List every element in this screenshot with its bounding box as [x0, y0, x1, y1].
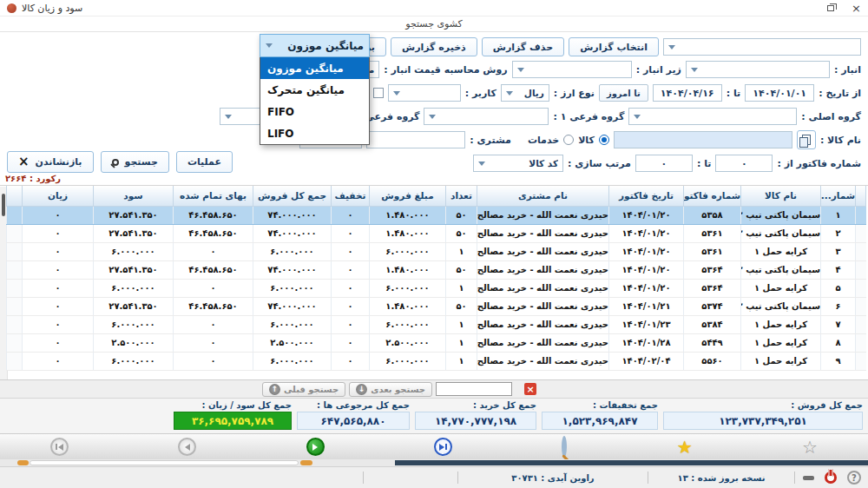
column-header[interactable]: نام مشتری: [477, 186, 609, 206]
help-icon[interactable]: ?: [847, 471, 861, 485]
table-cell: ۶.۰۰۰.۰۰۰: [370, 279, 446, 297]
column-header[interactable]: بهای تمام شده: [174, 186, 253, 206]
close-window-button[interactable]: ×: [852, 3, 861, 14]
last-record-button[interactable]: [434, 438, 452, 456]
table-cell: ۱: [821, 206, 856, 224]
from-date-field[interactable]: ۱۴۰۴/۰۱/۰۱: [745, 84, 814, 102]
item-name-input[interactable]: [614, 131, 792, 148]
table-cell: ۲: [821, 224, 856, 242]
find-next-button[interactable]: ↓جستجو بعدی: [349, 382, 432, 397]
total-sales-label: جمع کل فروش :: [663, 400, 863, 410]
table-cell: حیدری نعمت الله - خرید مصالح: [477, 224, 609, 242]
total-returns-value: ۶۴۷,۵۶۵,۸۸۰: [297, 412, 410, 430]
table-row[interactable]: ۳کرایه حمل ۱۵۳۶۱۱۴۰۴/۰۱/۲۰حیدری نعمت الل…: [7, 242, 866, 260]
search-records-button[interactable]: [562, 439, 567, 455]
column-header[interactable]: زیان: [23, 186, 94, 206]
search-button[interactable]: جستجو: [101, 151, 169, 173]
table-row[interactable]: ۷کرایه حمل ۱۵۳۸۴۱۴۰۴/۰۱/۲۳حیدری نعمت الل…: [7, 315, 866, 333]
table-cell: ۱۴۰۴/۰۱/۲۰: [609, 279, 684, 297]
column-header[interactable]: شماره فاکتور: [684, 186, 741, 206]
first-record-button[interactable]: [50, 438, 69, 456]
column-header[interactable]: تخفیف: [332, 186, 370, 206]
save-report-button[interactable]: ذخیره گزارش: [391, 37, 477, 56]
column-header[interactable]: جمع کل فروش: [253, 186, 332, 206]
table-cell: حیدری نعمت الله - خرید مصالح: [477, 242, 609, 260]
dropdown-option-fifo[interactable]: FIFO: [260, 101, 369, 122]
favorite-star-icon[interactable]: ★: [677, 439, 693, 456]
column-header[interactable]: سود: [94, 186, 174, 206]
table-row[interactable]: ۸کرایه حمل ۱۵۴۴۹۱۴۰۴/۰۱/۲۸حیدری نعمت الل…: [7, 333, 866, 352]
table-cell: ۱۴۰۴/۰۱/۲۱: [609, 297, 684, 315]
invoice-discount-checkbox[interactable]: [373, 88, 384, 98]
table-cell: سیمان پاکتی تیپ ۲: [741, 206, 821, 224]
reset-button[interactable]: ×بازنشاندن: [7, 151, 94, 173]
sub-group1-combo[interactable]: [424, 108, 549, 125]
table-row[interactable]: ۹کرایه حمل ۱۵۵۶۰۱۴۰۴/۰۲/۰۴حیدری نعمت الل…: [7, 352, 866, 370]
sub-warehouse-combo[interactable]: [512, 61, 632, 78]
next-record-button[interactable]: [306, 438, 325, 456]
strip-white-bar: [30, 460, 299, 465]
column-header[interactable]: تاریخ فاکتور: [609, 186, 684, 206]
main-group-label: گروه اصلی :: [801, 111, 861, 122]
invoice-to-input[interactable]: ۰: [635, 155, 693, 172]
delete-report-button[interactable]: حذف گزارش: [482, 37, 564, 56]
customer-input[interactable]: [366, 131, 465, 148]
dropdown-option-lifo[interactable]: LIFO: [260, 122, 369, 144]
scrollbar-thumb[interactable]: [2, 194, 5, 216]
table-cell: ۶.۰۰۰.۰۰۰: [253, 242, 332, 260]
total-returns-label: جمع کل مرجوعی ها :: [297, 400, 410, 410]
goods-radio[interactable]: [599, 135, 609, 145]
column-header[interactable]: مبلغ فروش: [370, 186, 446, 206]
dropdown-option-moving-average[interactable]: میانگین متحرک: [260, 79, 369, 101]
table-row[interactable]: ۶سیمان پاکتی تیپ ۲۵۳۷۴۱۴۰۴/۰۱/۲۱حیدری نع…: [7, 297, 866, 315]
warehouse-combo[interactable]: [686, 61, 830, 78]
until-today-button[interactable]: تا امروز: [599, 84, 648, 102]
table-row[interactable]: ۵کرایه حمل ۱۵۳۶۴۱۴۰۴/۰۱/۲۰حیدری نعمت الل…: [7, 279, 866, 297]
restore-window-button[interactable]: [827, 5, 834, 11]
column-header[interactable]: نام کالا: [741, 186, 821, 206]
star-outline-icon[interactable]: ☆: [802, 439, 818, 456]
table-cell: ۷: [821, 315, 856, 333]
search-drawer-header[interactable]: کشوی جستجو: [0, 16, 868, 32]
services-radio[interactable]: [563, 135, 574, 145]
table-cell: ۷۴.۰۰۰.۰۰۰: [253, 260, 332, 279]
chevron-down-icon: [429, 115, 436, 119]
title-bar: سود و زیان کالا ×: [0, 0, 868, 16]
report-select-combo[interactable]: [663, 38, 861, 56]
table-cell: سیمان پاکتی تیپ ۲: [741, 224, 821, 242]
main-group-combo[interactable]: [628, 108, 797, 125]
to-date-field[interactable]: ۱۴۰۴/۰۴/۱۶: [653, 84, 722, 102]
sort-combo[interactable]: کد کالا: [473, 155, 563, 172]
select-report-button[interactable]: انتخاب گزارش: [569, 37, 659, 56]
previous-record-button[interactable]: [178, 438, 196, 456]
user-combo[interactable]: [388, 84, 461, 102]
invoice-from-input[interactable]: ۰: [715, 155, 773, 172]
chevron-down-icon: [266, 43, 273, 48]
chevron-down-icon: [478, 162, 485, 166]
column-header[interactable]: تعداد: [446, 186, 477, 206]
dropdown-option-weighted-average[interactable]: میانگین موزون: [260, 57, 369, 79]
operations-button[interactable]: عملیات: [176, 151, 233, 173]
table-cell: ۰: [23, 242, 94, 260]
pick-item-button[interactable]: [797, 130, 816, 149]
currency-combo[interactable]: ریال: [501, 84, 549, 102]
invoice-from-label: شماره فاکتور از :: [777, 158, 861, 169]
table-row[interactable]: ۴سیمان پاکتی تیپ ۲۵۳۶۴۱۴۰۴/۰۱/۲۰حیدری نع…: [7, 260, 866, 279]
table-cell: ۷۴.۰۰۰.۰۰۰: [253, 206, 332, 224]
table-cell: ۰: [174, 315, 253, 333]
table-cell: ۰: [23, 206, 94, 224]
app-icon: [7, 3, 16, 13]
arrow-down-circle-icon: ↓: [356, 384, 367, 395]
table-row[interactable]: ۲سیمان پاکتی تیپ ۲۵۳۶۱۱۴۰۴/۰۱/۲۰حیدری نع…: [7, 224, 866, 242]
table-cell: ۶: [821, 297, 856, 315]
column-header[interactable]: شمار...: [821, 186, 856, 206]
table-cell: ۷۴.۰۰۰.۰۰۰: [253, 224, 332, 242]
price-method-open-combo[interactable]: میانگین موزون: [260, 34, 370, 57]
power-icon[interactable]: [825, 472, 837, 484]
find-input[interactable]: [436, 382, 512, 396]
close-find-bar-button[interactable]: ×: [524, 383, 536, 395]
table-cell: ۲۷.۵۴۱.۳۵۰: [94, 297, 174, 315]
find-previous-button[interactable]: ↑جستجو قبلی: [262, 382, 345, 397]
table-row[interactable]: ۱سیمان پاکتی تیپ ۲۵۳۵۸۱۴۰۴/۰۱/۲۰حیدری نع…: [7, 206, 866, 224]
minimize-dash-icon[interactable]: [803, 476, 814, 480]
